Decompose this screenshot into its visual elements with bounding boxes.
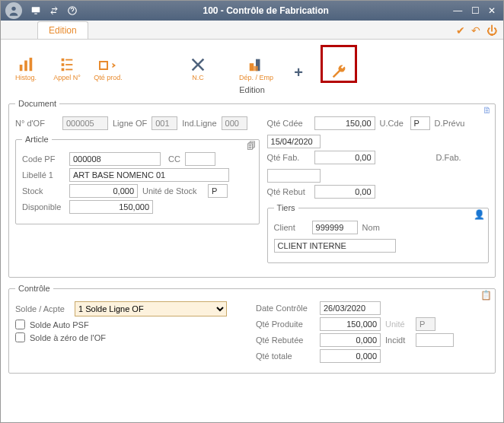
power-icon[interactable]: ⏻ bbox=[486, 24, 497, 37]
article-group: Article 🗐 Code PF CC Libellé 1 bbox=[15, 135, 260, 224]
article-icon[interactable]: 🗐 bbox=[247, 141, 256, 151]
document-group: Document 🗎 N° d'OF Ligne OF Ind.Ligne Ar… bbox=[8, 99, 496, 278]
undo-icon[interactable]: ↶ bbox=[471, 24, 480, 37]
toolbar-wrench[interactable] bbox=[321, 45, 357, 83]
plus-icon: + bbox=[289, 63, 308, 81]
toolbar-qteprod[interactable]: Qté prod. bbox=[89, 46, 127, 83]
dfab-label: D.Fab. bbox=[436, 153, 468, 162]
dispo-field[interactable] bbox=[69, 200, 153, 214]
help-icon[interactable] bbox=[66, 5, 78, 17]
cc-field[interactable] bbox=[185, 152, 215, 166]
toolbar-depemp[interactable]: Dép. / Emp bbox=[236, 46, 276, 83]
user-avatar[interactable] bbox=[5, 2, 22, 19]
client-label: Client bbox=[274, 223, 308, 232]
toolbar-appel[interactable]: Appel N° bbox=[48, 46, 86, 83]
qte-rebut2-field[interactable] bbox=[320, 333, 381, 347]
list-tree-icon bbox=[58, 56, 76, 74]
document-legend: Document bbox=[15, 99, 59, 108]
libelle-field[interactable] bbox=[69, 168, 229, 182]
unite-field bbox=[416, 317, 435, 331]
person-icon[interactable]: 👤 bbox=[474, 209, 485, 220]
unite-label: Unité bbox=[385, 320, 411, 329]
toolbar-nc[interactable]: N.C bbox=[179, 46, 217, 83]
unit-stock-label: Unité de Stock bbox=[142, 186, 203, 196]
qte-rebut-label: Qté Rebut bbox=[267, 187, 310, 196]
svg-rect-8 bbox=[62, 63, 65, 66]
bar-chart-icon bbox=[17, 56, 35, 74]
solde-acpte-select[interactable]: 1 Solde Ligne OF bbox=[75, 301, 227, 316]
toolbar-sublabel: Edition bbox=[7, 85, 497, 94]
qte-cdee-field[interactable] bbox=[314, 116, 375, 130]
svg-point-0 bbox=[11, 7, 15, 11]
unit-stock-field[interactable] bbox=[208, 184, 228, 198]
x-icon bbox=[189, 56, 207, 74]
svg-rect-14 bbox=[250, 63, 254, 71]
tiers-legend: Tiers bbox=[274, 203, 298, 212]
client-field[interactable] bbox=[312, 221, 358, 234]
nom-field[interactable] bbox=[274, 239, 396, 253]
incidt-field[interactable] bbox=[416, 333, 454, 347]
confirm-icon[interactable]: ✔ bbox=[456, 24, 465, 37]
incidt-label: Incidt bbox=[385, 336, 411, 345]
qte-fab-field[interactable] bbox=[314, 151, 375, 164]
svg-rect-10 bbox=[65, 59, 72, 61]
no-of-field bbox=[62, 116, 108, 130]
dprevu-field[interactable] bbox=[267, 135, 321, 148]
article-legend: Article bbox=[22, 135, 52, 144]
ligne-of-field bbox=[152, 116, 177, 130]
solde-acpte-label: Solde / Acpte bbox=[15, 304, 70, 313]
ind-ligne-field bbox=[222, 116, 247, 130]
tabbar-actions: ✔ ↶ ⏻ bbox=[456, 24, 497, 37]
qte-prod2-field[interactable] bbox=[320, 317, 381, 331]
svg-rect-6 bbox=[30, 58, 33, 71]
stock-label: Stock bbox=[22, 186, 65, 196]
ucde-field[interactable] bbox=[410, 116, 430, 130]
solde-auto-psf-checkbox[interactable] bbox=[15, 320, 25, 329]
minimize-icon[interactable]: — bbox=[453, 5, 462, 16]
svg-rect-2 bbox=[34, 14, 37, 14]
solde-auto-psf-check[interactable]: Solde Auto PSF bbox=[15, 320, 248, 329]
box-arrow-icon bbox=[99, 56, 117, 74]
code-pf-field[interactable] bbox=[69, 152, 161, 166]
qte-fab-label: Qté Fab. bbox=[267, 153, 310, 162]
libelle-label: Libellé 1 bbox=[22, 170, 65, 180]
close-icon[interactable]: ✕ bbox=[488, 5, 496, 16]
solde-zero-of-checkbox[interactable] bbox=[15, 332, 25, 342]
qte-cdee-label: Qté Cdée bbox=[267, 119, 310, 128]
qte-rebut-field[interactable] bbox=[314, 185, 375, 199]
window-title: 100 - Contrôle de Fabrication bbox=[81, 5, 450, 16]
wrench-icon bbox=[330, 62, 348, 81]
svg-rect-5 bbox=[24, 61, 27, 72]
svg-rect-13 bbox=[100, 62, 107, 69]
qte-totale-field[interactable] bbox=[320, 349, 381, 363]
dispo-label: Disponible bbox=[22, 202, 65, 212]
ucde-label: U.Cde bbox=[380, 119, 406, 128]
ind-ligne-label: Ind.Ligne bbox=[182, 119, 216, 128]
ligne-of-label: Ligne OF bbox=[113, 119, 147, 128]
svg-rect-12 bbox=[65, 69, 72, 71]
solde-zero-of-check[interactable]: Solde à zéro de l'OF bbox=[15, 332, 248, 342]
tab-edition[interactable]: Edition bbox=[37, 21, 88, 39]
clipboard-icon[interactable]: 📋 bbox=[480, 290, 492, 301]
maximize-icon[interactable]: ☐ bbox=[471, 5, 480, 16]
transfer-icon[interactable] bbox=[48, 5, 60, 17]
cc-label: CC bbox=[165, 154, 180, 164]
monitor-icon[interactable] bbox=[30, 5, 42, 17]
svg-rect-4 bbox=[20, 65, 23, 71]
stock-field[interactable] bbox=[69, 184, 138, 198]
titlebar: 100 - Contrôle de Fabrication — ☐ ✕ bbox=[1, 1, 503, 21]
svg-rect-9 bbox=[62, 68, 65, 72]
document-icon[interactable]: 🗎 bbox=[483, 105, 492, 116]
toolbar-histog[interactable]: Histog. bbox=[7, 46, 45, 83]
toolbar-plus[interactable]: + bbox=[279, 46, 317, 83]
svg-rect-11 bbox=[65, 64, 72, 65]
app-window: 100 - Contrôle de Fabrication — ☐ ✕ Edit… bbox=[0, 0, 504, 423]
dprevu-label: D.Prévu bbox=[435, 119, 467, 128]
nom-label: Nom bbox=[362, 223, 384, 232]
date-ctrl-field[interactable] bbox=[320, 301, 381, 315]
code-pf-label: Code PF bbox=[22, 154, 65, 164]
date-ctrl-label: Date Contrôle bbox=[256, 304, 315, 313]
controle-group: Contrôle 📋 Solde / Acpte 1 Solde Ligne O… bbox=[8, 284, 496, 374]
dfab-field[interactable] bbox=[267, 169, 321, 183]
svg-rect-16 bbox=[254, 66, 259, 71]
